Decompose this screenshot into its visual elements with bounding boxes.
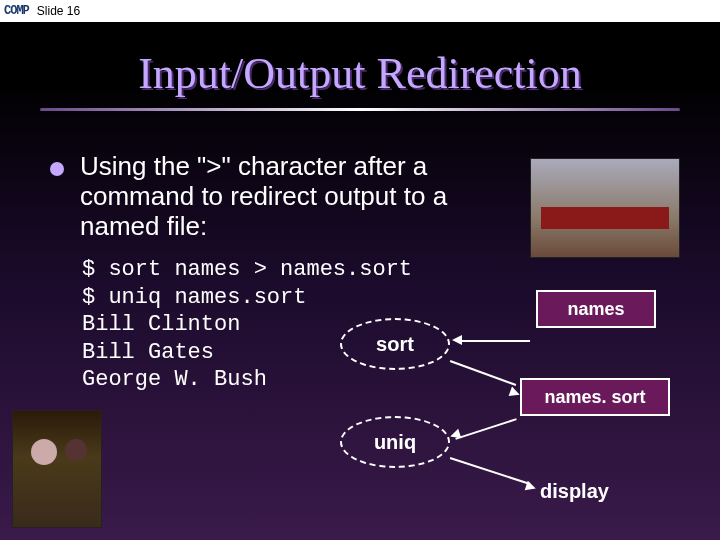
code-line: $ uniq names.sort — [82, 285, 306, 310]
arrow-head-icon — [452, 335, 462, 345]
arrow-line — [450, 457, 531, 485]
slide-number: Slide 16 — [37, 4, 80, 18]
code-line: Bill Gates — [82, 340, 214, 365]
arrow-line — [450, 360, 516, 386]
bullet-item: Using the ">" character after a command … — [50, 152, 520, 242]
code-line: George W. Bush — [82, 367, 267, 392]
code-line: $ sort names > names.sort — [82, 257, 412, 282]
arrow-line — [455, 418, 516, 440]
arrow-head-icon — [525, 481, 538, 494]
oval-sort: sort — [340, 318, 450, 370]
decorative-image-bottom-left — [12, 410, 102, 528]
label-display: display — [540, 480, 609, 503]
slide: COMP Slide 16 Input/Output Redirection U… — [0, 0, 720, 540]
code-line: Bill Clinton — [82, 312, 240, 337]
title-wrap: Input/Output Redirection — [0, 48, 720, 99]
bullet-icon — [50, 162, 64, 176]
arrow-line — [460, 340, 530, 342]
oval-uniq: uniq — [340, 416, 450, 468]
title-divider — [40, 108, 680, 111]
box-names-sort: names. sort — [520, 378, 670, 416]
box-names: names — [536, 290, 656, 328]
decorative-image-top-right — [530, 158, 680, 258]
top-bar: COMP Slide 16 — [0, 0, 720, 22]
logo-icon: COMP — [4, 4, 29, 18]
arrow-head-icon — [449, 429, 462, 442]
bullet-text: Using the ">" character after a command … — [80, 152, 520, 242]
slide-title: Input/Output Redirection — [0, 48, 720, 99]
